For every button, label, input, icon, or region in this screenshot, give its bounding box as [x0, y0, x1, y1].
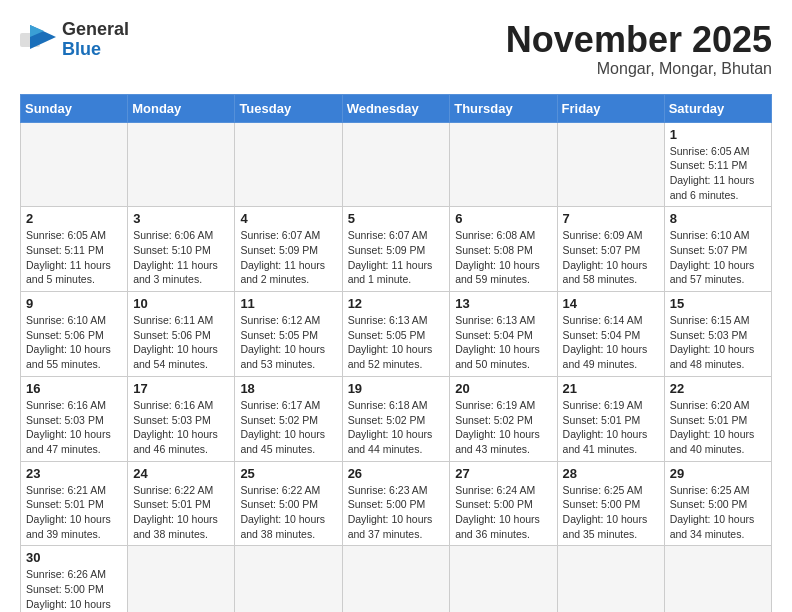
calendar-cell: 15Sunrise: 6:15 AM Sunset: 5:03 PM Dayli… [664, 292, 771, 377]
day-info: Sunrise: 6:16 AM Sunset: 5:03 PM Dayligh… [26, 398, 122, 457]
day-number: 1 [670, 127, 766, 142]
day-number: 27 [455, 466, 551, 481]
day-number: 3 [133, 211, 229, 226]
calendar-cell: 10Sunrise: 6:11 AM Sunset: 5:06 PM Dayli… [128, 292, 235, 377]
calendar-cell [557, 122, 664, 207]
calendar-cell: 18Sunrise: 6:17 AM Sunset: 5:02 PM Dayli… [235, 376, 342, 461]
logo: General Blue [20, 20, 129, 60]
day-number: 6 [455, 211, 551, 226]
month-title: November 2025 [506, 20, 772, 60]
calendar-cell-empty [128, 546, 235, 612]
day-number: 5 [348, 211, 445, 226]
calendar-row: 9Sunrise: 6:10 AM Sunset: 5:06 PM Daylig… [21, 292, 772, 377]
day-number: 28 [563, 466, 659, 481]
day-number: 24 [133, 466, 229, 481]
logo-icon [20, 25, 56, 55]
weekday-header-thursday: Thursday [450, 94, 557, 122]
day-info: Sunrise: 6:24 AM Sunset: 5:00 PM Dayligh… [455, 483, 551, 542]
logo-blue: Blue [62, 39, 101, 59]
calendar-cell: 13Sunrise: 6:13 AM Sunset: 5:04 PM Dayli… [450, 292, 557, 377]
day-info: Sunrise: 6:08 AM Sunset: 5:08 PM Dayligh… [455, 228, 551, 287]
calendar-cell: 8Sunrise: 6:10 AM Sunset: 5:07 PM Daylig… [664, 207, 771, 292]
day-info: Sunrise: 6:15 AM Sunset: 5:03 PM Dayligh… [670, 313, 766, 372]
calendar-cell: 1Sunrise: 6:05 AM Sunset: 5:11 PM Daylig… [664, 122, 771, 207]
calendar-cell: 12Sunrise: 6:13 AM Sunset: 5:05 PM Dayli… [342, 292, 450, 377]
day-number: 18 [240, 381, 336, 396]
day-number: 10 [133, 296, 229, 311]
day-info: Sunrise: 6:19 AM Sunset: 5:02 PM Dayligh… [455, 398, 551, 457]
calendar-cell-empty [557, 546, 664, 612]
weekday-header-wednesday: Wednesday [342, 94, 450, 122]
calendar: SundayMondayTuesdayWednesdayThursdayFrid… [20, 94, 772, 612]
calendar-cell: 30Sunrise: 6:26 AM Sunset: 5:00 PM Dayli… [21, 546, 128, 612]
day-number: 8 [670, 211, 766, 226]
calendar-cell [235, 122, 342, 207]
calendar-row: 1Sunrise: 6:05 AM Sunset: 5:11 PM Daylig… [21, 122, 772, 207]
day-info: Sunrise: 6:25 AM Sunset: 5:00 PM Dayligh… [670, 483, 766, 542]
day-info: Sunrise: 6:07 AM Sunset: 5:09 PM Dayligh… [240, 228, 336, 287]
calendar-cell: 16Sunrise: 6:16 AM Sunset: 5:03 PM Dayli… [21, 376, 128, 461]
day-number: 30 [26, 550, 122, 565]
calendar-cell [21, 122, 128, 207]
day-number: 20 [455, 381, 551, 396]
calendar-cell: 7Sunrise: 6:09 AM Sunset: 5:07 PM Daylig… [557, 207, 664, 292]
day-info: Sunrise: 6:19 AM Sunset: 5:01 PM Dayligh… [563, 398, 659, 457]
day-number: 2 [26, 211, 122, 226]
calendar-cell: 2Sunrise: 6:05 AM Sunset: 5:11 PM Daylig… [21, 207, 128, 292]
day-number: 15 [670, 296, 766, 311]
calendar-cell: 19Sunrise: 6:18 AM Sunset: 5:02 PM Dayli… [342, 376, 450, 461]
calendar-cell: 14Sunrise: 6:14 AM Sunset: 5:04 PM Dayli… [557, 292, 664, 377]
calendar-cell: 3Sunrise: 6:06 AM Sunset: 5:10 PM Daylig… [128, 207, 235, 292]
calendar-cell: 28Sunrise: 6:25 AM Sunset: 5:00 PM Dayli… [557, 461, 664, 546]
logo-general: General [62, 19, 129, 39]
day-info: Sunrise: 6:21 AM Sunset: 5:01 PM Dayligh… [26, 483, 122, 542]
calendar-cell: 4Sunrise: 6:07 AM Sunset: 5:09 PM Daylig… [235, 207, 342, 292]
calendar-cell: 25Sunrise: 6:22 AM Sunset: 5:00 PM Dayli… [235, 461, 342, 546]
logo-text: General Blue [62, 20, 129, 60]
calendar-row: 16Sunrise: 6:16 AM Sunset: 5:03 PM Dayli… [21, 376, 772, 461]
calendar-cell: 29Sunrise: 6:25 AM Sunset: 5:00 PM Dayli… [664, 461, 771, 546]
calendar-cell [128, 122, 235, 207]
calendar-cell: 27Sunrise: 6:24 AM Sunset: 5:00 PM Dayli… [450, 461, 557, 546]
day-info: Sunrise: 6:20 AM Sunset: 5:01 PM Dayligh… [670, 398, 766, 457]
day-number: 29 [670, 466, 766, 481]
day-number: 12 [348, 296, 445, 311]
day-number: 22 [670, 381, 766, 396]
calendar-cell: 11Sunrise: 6:12 AM Sunset: 5:05 PM Dayli… [235, 292, 342, 377]
day-number: 21 [563, 381, 659, 396]
day-number: 13 [455, 296, 551, 311]
calendar-cell: 24Sunrise: 6:22 AM Sunset: 5:01 PM Dayli… [128, 461, 235, 546]
weekday-header-tuesday: Tuesday [235, 94, 342, 122]
calendar-cell: 6Sunrise: 6:08 AM Sunset: 5:08 PM Daylig… [450, 207, 557, 292]
day-info: Sunrise: 6:10 AM Sunset: 5:07 PM Dayligh… [670, 228, 766, 287]
calendar-cell [450, 122, 557, 207]
weekday-header-sunday: Sunday [21, 94, 128, 122]
calendar-cell: 21Sunrise: 6:19 AM Sunset: 5:01 PM Dayli… [557, 376, 664, 461]
day-number: 26 [348, 466, 445, 481]
day-number: 14 [563, 296, 659, 311]
day-info: Sunrise: 6:09 AM Sunset: 5:07 PM Dayligh… [563, 228, 659, 287]
calendar-cell-empty [235, 546, 342, 612]
calendar-cell: 22Sunrise: 6:20 AM Sunset: 5:01 PM Dayli… [664, 376, 771, 461]
day-number: 7 [563, 211, 659, 226]
weekday-header-row: SundayMondayTuesdayWednesdayThursdayFrid… [21, 94, 772, 122]
calendar-row: 23Sunrise: 6:21 AM Sunset: 5:01 PM Dayli… [21, 461, 772, 546]
weekday-header-friday: Friday [557, 94, 664, 122]
day-info: Sunrise: 6:25 AM Sunset: 5:00 PM Dayligh… [563, 483, 659, 542]
day-info: Sunrise: 6:05 AM Sunset: 5:11 PM Dayligh… [670, 144, 766, 203]
calendar-cell: 23Sunrise: 6:21 AM Sunset: 5:01 PM Dayli… [21, 461, 128, 546]
day-number: 17 [133, 381, 229, 396]
day-info: Sunrise: 6:13 AM Sunset: 5:04 PM Dayligh… [455, 313, 551, 372]
calendar-cell-empty [664, 546, 771, 612]
day-number: 16 [26, 381, 122, 396]
day-number: 11 [240, 296, 336, 311]
day-info: Sunrise: 6:17 AM Sunset: 5:02 PM Dayligh… [240, 398, 336, 457]
calendar-cell: 17Sunrise: 6:16 AM Sunset: 5:03 PM Dayli… [128, 376, 235, 461]
calendar-cell [342, 122, 450, 207]
day-info: Sunrise: 6:22 AM Sunset: 5:01 PM Dayligh… [133, 483, 229, 542]
day-info: Sunrise: 6:06 AM Sunset: 5:10 PM Dayligh… [133, 228, 229, 287]
day-info: Sunrise: 6:23 AM Sunset: 5:00 PM Dayligh… [348, 483, 445, 542]
calendar-cell-empty [450, 546, 557, 612]
day-info: Sunrise: 6:22 AM Sunset: 5:00 PM Dayligh… [240, 483, 336, 542]
calendar-row: 30Sunrise: 6:26 AM Sunset: 5:00 PM Dayli… [21, 546, 772, 612]
